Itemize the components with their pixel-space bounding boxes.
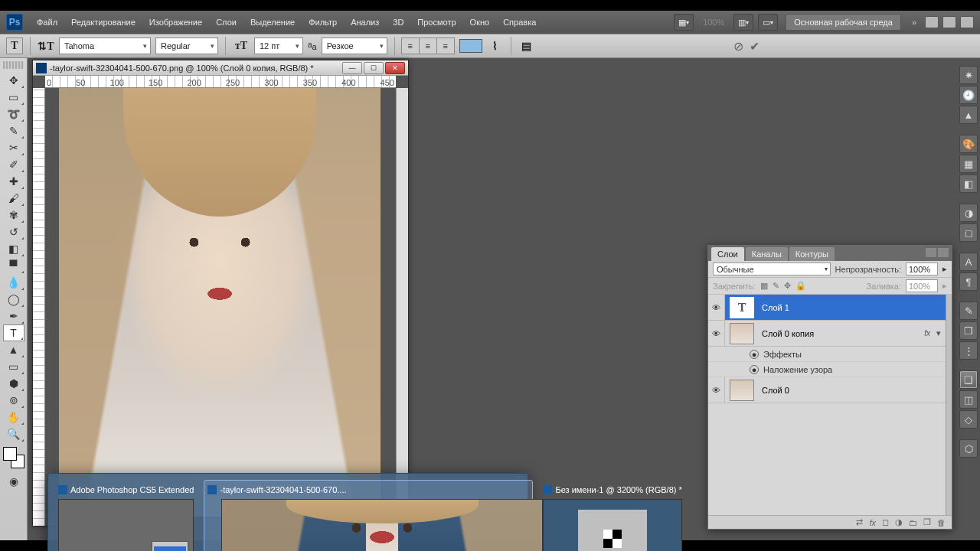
dock-clone-icon[interactable]: ❐ [959, 321, 978, 340]
lock-all-icon[interactable]: 🔒 [795, 281, 806, 291]
3d-tool-icon[interactable]: ⬢ [3, 375, 24, 392]
tab-paths[interactable]: Контуры [789, 247, 835, 261]
font-size-select[interactable]: 12 пт [254, 37, 303, 54]
dock-brush-icon[interactable]: ✎ [959, 302, 978, 320]
align-center-icon[interactable]: ≡ [419, 37, 437, 54]
menu-analysis[interactable]: Анализ [345, 15, 385, 30]
new-layer-icon[interactable]: ❐ [923, 517, 931, 527]
quickmask-icon[interactable]: ◉ [3, 473, 24, 490]
window-min-icon[interactable] [925, 16, 939, 28]
document-canvas[interactable] [45, 88, 396, 526]
cancel-edit-icon[interactable]: ⊘ [733, 39, 743, 54]
visibility-toggle-icon[interactable]: 👁 [708, 295, 725, 320]
window-close-icon[interactable] [960, 16, 974, 28]
dock-adjust-icon[interactable]: ◑ [959, 204, 978, 222]
delete-layer-icon[interactable]: 🗑 [937, 518, 946, 527]
dock-brushpresets-icon[interactable]: ⋮ [959, 341, 978, 360]
workspace-more-icon[interactable]: » [907, 18, 921, 27]
stamp-tool-icon[interactable]: ✾ [3, 207, 24, 223]
screen-mode-icon[interactable]: ▭▾ [758, 14, 778, 31]
antialias-select[interactable]: Резкое [322, 37, 387, 54]
align-left-icon[interactable]: ≡ [401, 37, 420, 54]
layer-row-2[interactable]: 👁 Слой 0 копия fx ▾ [708, 321, 946, 347]
taskbar-item-doc2[interactable]: Без имени-1 @ 3200% (RGB/8) * [539, 480, 685, 551]
lock-transparent-icon[interactable]: ▩ [760, 281, 768, 291]
dock-styles-icon[interactable]: ◧ [959, 174, 978, 193]
panel-menu-icon[interactable] [938, 248, 949, 257]
layer-row-3[interactable]: 👁 Слой 0 [708, 377, 946, 403]
commit-edit-icon[interactable]: ✔ [750, 39, 760, 54]
doc-close-icon[interactable]: ✕ [385, 62, 405, 74]
menu-3d[interactable]: 3D [387, 15, 410, 30]
blend-mode-select[interactable]: Обычные [713, 262, 831, 276]
font-family-select[interactable]: Tahoma [59, 37, 151, 54]
font-style-select[interactable]: Regular [155, 37, 218, 54]
dock-char-icon[interactable]: A [959, 253, 978, 271]
dodge-tool-icon[interactable]: ◯ [3, 291, 24, 308]
effects-header[interactable]: ● Эффекты [708, 347, 946, 362]
lock-pixels-icon[interactable]: ✎ [773, 281, 779, 291]
menu-view[interactable]: Просмотр [411, 15, 462, 30]
document-titlebar[interactable]: -taylor-swift-32304041-500-670.png @ 100… [33, 60, 408, 76]
effect-pattern-overlay[interactable]: ● Наложение узора [708, 362, 946, 377]
blur-tool-icon[interactable]: 💧 [3, 274, 24, 291]
visibility-toggle-icon[interactable]: 👁 [708, 377, 725, 403]
marquee-tool-icon[interactable]: ▭ [3, 89, 24, 106]
taskbar-item-doc1[interactable]: -taylor-swift-32304041-500-670.... [204, 480, 533, 551]
tab-channels[interactable]: Каналы [746, 247, 788, 261]
opacity-input[interactable]: 100% [906, 262, 938, 276]
visibility-toggle-icon[interactable]: 👁 [708, 321, 725, 346]
menu-window[interactable]: Окно [464, 15, 496, 30]
layer-name[interactable]: Слой 0 копия [759, 329, 918, 338]
dock-paths-icon[interactable]: ◇ [959, 410, 978, 429]
dock-color-icon[interactable]: 🎨 [959, 135, 978, 153]
layer-name[interactable]: Слой 1 [759, 303, 946, 312]
heal-tool-icon[interactable]: ✚ [3, 173, 24, 190]
launch-bridge-icon[interactable]: ▦▾ [674, 14, 694, 31]
dock-channels-icon[interactable]: ◫ [959, 390, 978, 409]
dock-nav-icon[interactable]: ▲ [959, 106, 978, 124]
crop-tool-icon[interactable]: ✂ [3, 139, 24, 156]
dock-minibridge-icon[interactable]: ✷ [959, 66, 978, 84]
pen-tool-icon[interactable]: ✒ [3, 308, 24, 324]
fx-indicator[interactable]: fx [918, 329, 936, 337]
dock-para-icon[interactable]: ¶ [959, 272, 978, 291]
gradient-tool-icon[interactable]: ▀ [3, 257, 24, 274]
app-logo[interactable]: Ps [6, 14, 23, 31]
hand-tool-icon[interactable]: ✋ [3, 409, 24, 425]
3dcamera-tool-icon[interactable]: ⊚ [3, 392, 24, 409]
workspace-switcher[interactable]: Основная рабочая среда [786, 14, 901, 31]
ruler-vertical[interactable] [33, 88, 45, 526]
layer-mask-icon[interactable]: ◻ [882, 517, 889, 527]
dock-layers-icon[interactable]: ❏ [959, 370, 978, 389]
menu-select[interactable]: Выделение [244, 15, 301, 30]
taskbar-item-app[interactable]: Adobe Photoshop CS5 Extended [54, 480, 198, 551]
warp-text-icon[interactable]: ⌇ [487, 37, 504, 54]
dock-masks-icon[interactable]: ◻ [959, 223, 978, 242]
eyedropper-tool-icon[interactable]: ✐ [3, 156, 24, 173]
dock-3d-icon[interactable]: ⬡ [959, 439, 978, 458]
link-layers-icon[interactable]: ⇄ [856, 517, 863, 527]
zoom-tool-icon[interactable]: 🔍 [3, 425, 24, 442]
ruler-horizontal[interactable]: 050 100150 200250 300350 400450 [45, 76, 396, 88]
tab-layers[interactable]: Слои [711, 247, 744, 261]
arrange-docs-icon[interactable]: ▥▾ [733, 14, 753, 31]
fx-collapse-icon[interactable]: ▾ [936, 328, 946, 338]
eraser-tool-icon[interactable]: ◧ [3, 240, 24, 257]
color-swatches[interactable] [3, 447, 24, 468]
window-restore-icon[interactable] [942, 16, 956, 28]
type-tool-icon[interactable]: T [3, 324, 24, 341]
panel-collapse-icon[interactable] [926, 248, 936, 257]
quickselect-tool-icon[interactable]: ✎ [3, 122, 24, 139]
adjustment-layer-icon[interactable]: ◑ [895, 517, 903, 527]
effect-toggle-icon[interactable]: ● [750, 365, 759, 374]
dock-history-icon[interactable]: 🕘 [959, 86, 978, 104]
lock-position-icon[interactable]: ✥ [784, 281, 791, 291]
path-select-tool-icon[interactable]: ▲ [3, 341, 24, 358]
menu-image[interactable]: Изображение [143, 15, 208, 30]
layers-scrollbar[interactable] [946, 295, 952, 515]
move-tool-icon[interactable]: ✥ [3, 72, 24, 89]
menu-edit[interactable]: Редактирование [65, 15, 142, 30]
dock-swatches-icon[interactable]: ▦ [959, 155, 978, 173]
menu-file[interactable]: Файл [31, 15, 64, 30]
